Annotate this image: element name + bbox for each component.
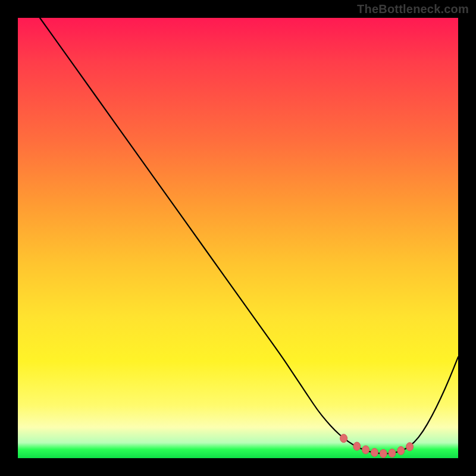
- marker-dot: [389, 449, 396, 457]
- chart-svg: [18, 18, 458, 458]
- marker-dot: [340, 434, 347, 443]
- bottleneck-curve: [40, 18, 458, 453]
- chart-container: TheBottleneck.com: [0, 0, 476, 476]
- marker-dot: [406, 443, 414, 451]
- optimal-range-markers: [340, 434, 414, 458]
- marker-dot: [371, 448, 378, 456]
- marker-dot: [362, 446, 369, 454]
- watermark-text: TheBottleneck.com: [357, 2, 469, 16]
- marker-dot: [397, 446, 405, 455]
- marker-dot: [380, 449, 387, 458]
- marker-dot: [353, 442, 361, 450]
- plot-area: [18, 18, 458, 458]
